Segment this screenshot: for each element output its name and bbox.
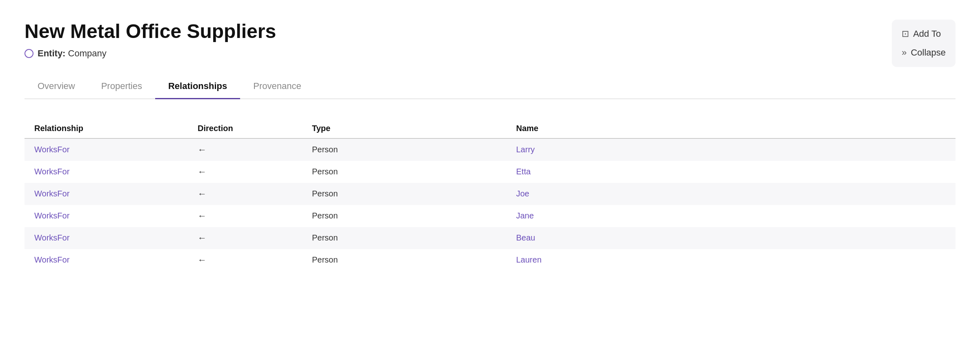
- cell-type-4: Person: [312, 233, 516, 243]
- add-to-label: Add To: [913, 29, 941, 39]
- cell-name-3[interactable]: Jane: [516, 211, 946, 220]
- entity-label: Entity: Company: [38, 48, 107, 59]
- tab-relationships[interactable]: Relationships: [155, 75, 240, 99]
- cell-type-5: Person: [312, 255, 516, 265]
- cell-name-0[interactable]: Larry: [516, 145, 946, 154]
- cell-name-4[interactable]: Beau: [516, 233, 946, 243]
- name-link-0[interactable]: Larry: [516, 145, 535, 154]
- cell-relationship-1[interactable]: WorksFor: [34, 167, 198, 176]
- collapse-icon: »: [902, 47, 906, 58]
- tab-provenance[interactable]: Provenance: [240, 75, 314, 99]
- name-link-1[interactable]: Etta: [516, 167, 531, 176]
- relationship-link-4[interactable]: WorksFor: [34, 233, 69, 242]
- cell-name-5[interactable]: Lauren: [516, 255, 946, 265]
- cell-relationship-3[interactable]: WorksFor: [34, 211, 198, 220]
- relationship-link-2[interactable]: WorksFor: [34, 189, 69, 198]
- cell-direction-1: ←: [198, 167, 312, 177]
- relationship-link-5[interactable]: WorksFor: [34, 255, 69, 264]
- top-right-actions: ⊡ Add To » Collapse: [892, 20, 956, 67]
- cell-name-1[interactable]: Etta: [516, 167, 946, 176]
- col-header-direction: Direction: [198, 124, 312, 133]
- cell-direction-4: ←: [198, 233, 312, 243]
- cell-direction-5: ←: [198, 255, 312, 265]
- cell-relationship-0[interactable]: WorksFor: [34, 145, 198, 154]
- header-section: New Metal Office Suppliers Entity: Compa…: [24, 20, 956, 59]
- page-container: ⊡ Add To » Collapse New Metal Office Sup…: [0, 0, 980, 343]
- entity-dot-icon: [24, 49, 33, 58]
- cell-type-3: Person: [312, 211, 516, 220]
- table-body: WorksFor ← Person Larry WorksFor ← Perso…: [24, 139, 956, 271]
- cell-relationship-4[interactable]: WorksFor: [34, 233, 198, 243]
- col-header-name: Name: [516, 124, 946, 133]
- name-link-2[interactable]: Joe: [516, 189, 529, 198]
- relationship-link-3[interactable]: WorksFor: [34, 211, 69, 220]
- cell-type-0: Person: [312, 145, 516, 154]
- name-link-4[interactable]: Beau: [516, 233, 535, 242]
- name-link-3[interactable]: Jane: [516, 211, 534, 220]
- table-header-row: Relationship Direction Type Name: [24, 119, 956, 139]
- table-row: WorksFor ← Person Jane: [24, 205, 956, 227]
- entity-row: Entity: Company: [24, 48, 956, 59]
- relationship-link-1[interactable]: WorksFor: [34, 167, 69, 176]
- add-to-button[interactable]: ⊡ Add To: [902, 26, 946, 42]
- cell-direction-2: ←: [198, 189, 312, 199]
- table-row: WorksFor ← Person Joe: [24, 183, 956, 205]
- cell-type-2: Person: [312, 189, 516, 198]
- tab-properties[interactable]: Properties: [88, 75, 155, 99]
- cell-direction-0: ←: [198, 145, 312, 155]
- cell-relationship-5[interactable]: WorksFor: [34, 255, 198, 265]
- relationships-table: Relationship Direction Type Name WorksFo…: [24, 119, 956, 271]
- table-row: WorksFor ← Person Etta: [24, 161, 956, 183]
- tab-overview[interactable]: Overview: [24, 75, 88, 99]
- collapse-label: Collapse: [911, 47, 946, 58]
- name-link-5[interactable]: Lauren: [516, 255, 541, 264]
- cell-type-1: Person: [312, 167, 516, 176]
- cell-relationship-2[interactable]: WorksFor: [34, 189, 198, 198]
- table-row: WorksFor ← Person Larry: [24, 139, 956, 161]
- table-row: WorksFor ← Person Lauren: [24, 249, 956, 271]
- page-title: New Metal Office Suppliers: [24, 20, 956, 43]
- collapse-button[interactable]: » Collapse: [902, 45, 946, 60]
- table-row: WorksFor ← Person Beau: [24, 227, 956, 249]
- col-header-relationship: Relationship: [34, 124, 198, 133]
- tabs-section: Overview Properties Relationships Proven…: [24, 75, 956, 99]
- col-header-type: Type: [312, 124, 516, 133]
- cell-name-2[interactable]: Joe: [516, 189, 946, 198]
- cell-direction-3: ←: [198, 211, 312, 221]
- add-to-icon: ⊡: [902, 29, 909, 39]
- relationship-link-0[interactable]: WorksFor: [34, 145, 69, 154]
